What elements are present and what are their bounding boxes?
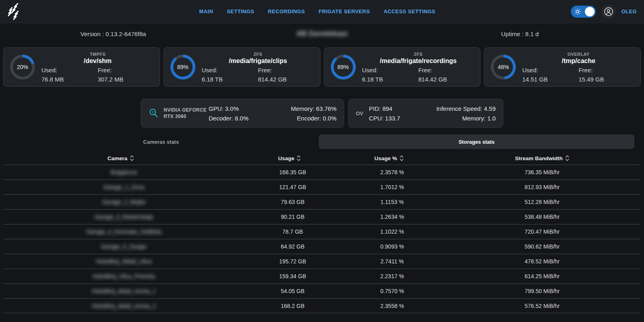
- free-label: Free:: [418, 67, 474, 73]
- gpu-card: ? NVIDIA GEFORCE RTX 3060 GPU: 3.0% Deco…: [141, 99, 344, 128]
- detector-memory: Memory: 1.0: [436, 115, 496, 122]
- sun-icon: [574, 8, 581, 15]
- free-label: Free:: [98, 67, 154, 73]
- sort-icon: [400, 155, 404, 161]
- sort-icon: [565, 155, 569, 161]
- bandwidth-cell: 512.28 MiB/hr: [443, 199, 641, 205]
- donut-percent: 20%: [17, 64, 28, 70]
- used-label: Used:: [362, 67, 418, 73]
- usage-cell: 90.21 GB: [244, 214, 341, 220]
- bandwidth-cell: 576.52 MiB/hr: [443, 303, 641, 309]
- table-row: Bulgakova 168.35 GB 2.3578 % 736.35 MiB/…: [3, 165, 641, 179]
- column-header-camera[interactable]: Camera: [0, 155, 241, 161]
- storage-card-tmpfs: 20% TMPFS /dev/shm Used: 76.8 MB Free: 3…: [3, 47, 160, 87]
- fs-type: ZFS: [202, 52, 314, 57]
- sort-icon: [297, 155, 301, 161]
- column-header-usage[interactable]: Usage: [241, 155, 338, 161]
- camera-name-cell: Holodilnij_Sklad_Ulica: [3, 258, 244, 265]
- nav-item-settings[interactable]: SETTINGS: [227, 8, 254, 14]
- bandwidth-cell: 614.25 MiB/hr: [443, 273, 641, 279]
- gpu-decoder: Decoder: 8.0%: [209, 115, 248, 122]
- bandwidth-cell: 799.50 MiB/hr: [443, 288, 641, 294]
- camera-name-cell: Garage_3_Masterskaja: [3, 214, 244, 220]
- fs-type: TMPFS: [41, 52, 154, 57]
- table-row: Holodilnij_sklad_vorota_2 168.2 GB 2.355…: [3, 298, 641, 313]
- usage-cell: 54.05 GB: [244, 288, 341, 294]
- server-title-redacted: AB Zavodskaya: [297, 30, 348, 38]
- donut-percent: 48%: [498, 64, 509, 70]
- uptime-text: Uptime : 8.1 d: [501, 31, 539, 37]
- navbar: MAIN SETTINGS RECORDINGS FRIGATE SERVERS…: [0, 0, 644, 23]
- column-label: Usage %: [374, 155, 397, 161]
- usage-percent-cell: 2.3558 %: [341, 303, 443, 309]
- used-value: 14.51 GB: [522, 76, 578, 83]
- usage-percent-cell: 0.9093 %: [341, 243, 443, 250]
- usage-donut: 89%: [170, 55, 195, 79]
- camera-name-cell: Holodilnij_sklad_vorota_1: [3, 288, 244, 294]
- used-value: 6.18 TB: [202, 76, 258, 83]
- nav-item-frigate-servers[interactable]: FRIGATE SERVERS: [319, 8, 370, 14]
- svg-text:?: ?: [152, 110, 154, 114]
- used-value: 76.8 MB: [41, 76, 98, 83]
- gpu-name: NVIDIA GEFORCE RTX 3060: [164, 107, 209, 120]
- storage-card-recordings: 89% ZFS /media/frigate/recordings Used: …: [324, 47, 481, 87]
- camera-name-cell: Holodilnij_sklad_vorota_2: [3, 303, 244, 309]
- usage-percent-cell: 0.7570 %: [341, 288, 443, 294]
- storage-card-clips: 89% ZFS /media/frigate/clips Used: 6.18 …: [164, 47, 320, 87]
- bandwidth-cell: 590.62 MiB/hr: [443, 243, 641, 250]
- usage-cell: 64.92 GB: [244, 243, 341, 250]
- camera-name-cell: Garage_5_Zavgar: [3, 243, 244, 250]
- gpu-encoder: Encoder: 0.0%: [291, 115, 336, 122]
- usage-percent-cell: 2.3578 %: [341, 169, 443, 175]
- usage-cell: 159.34 GB: [244, 273, 341, 279]
- free-value: 15.49 GB: [578, 76, 635, 83]
- usage-percent-cell: 2.2317 %: [341, 273, 443, 279]
- free-value: 307.2 MB: [98, 76, 154, 83]
- usage-percent-cell: 2.7411 %: [341, 258, 443, 265]
- donut-percent: 89%: [177, 64, 189, 70]
- theme-toggle[interactable]: [571, 6, 596, 18]
- donut-percent: 89%: [337, 64, 349, 70]
- main-nav: MAIN SETTINGS RECORDINGS FRIGATE SERVERS…: [199, 8, 435, 14]
- bandwidth-cell: 720.47 MiB/hr: [443, 228, 641, 235]
- mount-path: /tmp/cache: [522, 57, 635, 65]
- usage-percent-cell: 1.7012 %: [341, 184, 443, 190]
- tab-storages-stats[interactable]: Storages stats: [319, 135, 634, 149]
- user-avatar[interactable]: [601, 4, 616, 19]
- table-body: Bulgakova 168.35 GB 2.3578 % 736.35 MiB/…: [0, 165, 644, 313]
- fs-type: OVERLAY: [522, 52, 635, 57]
- info-row: Version : 0.13.2-6476f8a AB Zavodskaya U…: [0, 23, 644, 44]
- used-value: 6.18 TB: [362, 76, 418, 83]
- camera-stats-table: Camera Usage Usage % Stream Bandwidth Bu…: [0, 152, 644, 313]
- camera-name-cell: Garage_2_Mojka: [3, 199, 244, 205]
- camera-name-cell: Garage_1_Zona: [3, 184, 244, 190]
- tab-cameras-stats[interactable]: Cameras stats: [3, 135, 319, 149]
- gpu-search-icon: ?: [148, 108, 159, 118]
- username-menu[interactable]: OLEG: [621, 8, 637, 14]
- table-row: Garage_3_Masterskaja 90.21 GB 1.2634 % 5…: [3, 209, 641, 224]
- usage-donut: 48%: [491, 55, 516, 79]
- table-row: Garage_1_Zona 121.47 GB 1.7012 % 812.93 …: [3, 179, 641, 194]
- usage-percent-cell: 1.1153 %: [341, 199, 443, 205]
- camera-name-cell: Holodilnij_Ulica_Priemka: [3, 273, 244, 279]
- detector-name: OV: [356, 110, 363, 116]
- column-header-bandwidth[interactable]: Stream Bandwidth: [440, 155, 644, 161]
- sort-icon: [130, 155, 134, 161]
- used-label: Used:: [41, 67, 98, 73]
- nav-item-main[interactable]: MAIN: [199, 8, 213, 14]
- frigate-logo-icon: [6, 2, 23, 21]
- used-label: Used:: [522, 67, 578, 73]
- used-label: Used:: [202, 67, 258, 73]
- table-row: Garage_2_Mojka 79.63 GB 1.1153 % 512.28 …: [3, 194, 641, 209]
- mount-path: /media/frigate/clips: [202, 57, 314, 65]
- nav-item-access-settings[interactable]: ACCESS SETTINGS: [384, 8, 435, 14]
- toggle-knob: [585, 7, 595, 16]
- nav-item-recordings[interactable]: RECORDINGS: [268, 8, 305, 14]
- column-header-usage-pct[interactable]: Usage %: [338, 155, 440, 161]
- free-value: 814.42 GB: [418, 76, 474, 83]
- stats-tabs: Cameras stats Storages stats: [3, 135, 634, 149]
- detector-card: OV PID: 894 CPU: 133.7 Inference Speed: …: [348, 99, 503, 128]
- table-header: Camera Usage Usage % Stream Bandwidth: [0, 152, 644, 165]
- usage-cell: 195.72 GB: [244, 258, 341, 265]
- gpu-usage: GPU: 3.0%: [209, 105, 248, 112]
